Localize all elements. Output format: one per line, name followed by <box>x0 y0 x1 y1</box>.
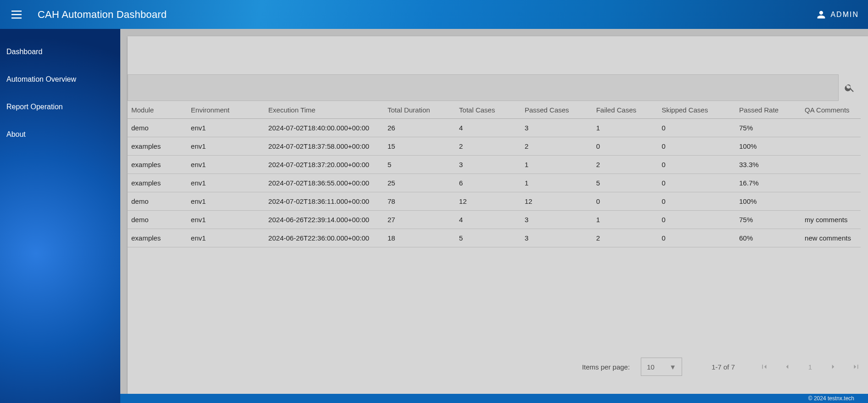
cell-execution-time: 2024-07-02T18:40:00.000+00:00 <box>265 119 384 137</box>
content-card: Module Environment Execution Time Total … <box>128 36 868 396</box>
col-total-duration[interactable]: Total Duration <box>384 101 455 119</box>
search-button[interactable] <box>839 74 861 101</box>
col-total-cases[interactable]: Total Cases <box>455 101 521 119</box>
table-row[interactable]: demoenv12024-07-02T18:40:00.000+00:00264… <box>128 119 861 137</box>
cell-skipped-cases: 0 <box>658 156 736 174</box>
main-content: Module Environment Execution Time Total … <box>120 29 868 403</box>
cell-qa-comments: my comments <box>801 211 861 229</box>
sidebar: Dashboard Automation Overview Report Ope… <box>0 29 120 403</box>
col-environment[interactable]: Environment <box>187 101 265 119</box>
table-row[interactable]: demoenv12024-07-02T18:36:11.000+00:00781… <box>128 192 861 211</box>
cell-passed-cases: 1 <box>521 156 593 174</box>
prev-page-button[interactable] <box>783 362 792 371</box>
hamburger-icon <box>11 11 22 19</box>
page-range: 1-7 of 7 <box>711 363 735 371</box>
cell-qa-comments <box>801 156 861 174</box>
cell-environment: env1 <box>187 211 265 229</box>
last-page-button[interactable] <box>851 362 861 371</box>
cell-total-cases: 6 <box>455 174 521 192</box>
col-passed-cases[interactable]: Passed Cases <box>521 101 593 119</box>
sidebar-item-label: Dashboard <box>6 48 42 56</box>
sidebar-item-automation-overview[interactable]: Automation Overview <box>0 66 120 93</box>
cell-total-duration: 26 <box>384 119 455 137</box>
cell-passed-cases: 1 <box>521 174 593 192</box>
menu-button[interactable] <box>9 7 24 22</box>
pagination: Items per page: 10 ▼ 1-7 of 7 1 <box>582 354 861 380</box>
cell-passed-cases: 3 <box>521 229 593 247</box>
cell-passed-rate: 75% <box>735 211 801 229</box>
cell-total-cases: 4 <box>455 211 521 229</box>
cell-skipped-cases: 0 <box>658 192 736 211</box>
cell-total-duration: 25 <box>384 174 455 192</box>
cell-execution-time: 2024-07-02T18:36:55.000+00:00 <box>265 174 384 192</box>
person-icon <box>817 10 826 19</box>
cell-execution-time: 2024-07-02T18:37:58.000+00:00 <box>265 137 384 156</box>
cell-failed-cases: 2 <box>593 156 658 174</box>
col-qa-comments[interactable]: QA Comments <box>801 101 861 119</box>
data-table: Module Environment Execution Time Total … <box>128 101 861 359</box>
search-input[interactable] <box>128 74 839 101</box>
cell-execution-time: 2024-06-26T22:39:14.000+00:00 <box>265 211 384 229</box>
cell-environment: env1 <box>187 156 265 174</box>
cell-failed-cases: 0 <box>593 137 658 156</box>
table-row[interactable]: examplesenv12024-06-26T22:36:00.000+00:0… <box>128 229 861 247</box>
cell-module: demo <box>128 192 187 211</box>
table-header-row: Module Environment Execution Time Total … <box>128 101 861 119</box>
cell-module: examples <box>128 229 187 247</box>
cell-total-cases: 3 <box>455 156 521 174</box>
footer: © 2024 testnx.tech <box>120 394 868 403</box>
cell-execution-time: 2024-06-26T22:36:00.000+00:00 <box>265 229 384 247</box>
cell-environment: env1 <box>187 119 265 137</box>
table-row[interactable]: examplesenv12024-07-02T18:37:58.000+00:0… <box>128 137 861 156</box>
col-module[interactable]: Module <box>128 101 187 119</box>
user-label: ADMIN <box>830 11 859 19</box>
sidebar-item-report-operation[interactable]: Report Operation <box>0 93 120 121</box>
col-execution-time[interactable]: Execution Time <box>265 101 384 119</box>
col-failed-cases[interactable]: Failed Cases <box>593 101 658 119</box>
svg-rect-1 <box>11 14 22 15</box>
cell-passed-cases: 2 <box>521 137 593 156</box>
col-passed-rate[interactable]: Passed Rate <box>735 101 801 119</box>
search-row <box>128 74 861 101</box>
cell-total-cases: 2 <box>455 137 521 156</box>
user-menu[interactable]: ADMIN <box>817 10 859 19</box>
cell-skipped-cases: 0 <box>658 229 736 247</box>
cell-environment: env1 <box>187 192 265 211</box>
cell-total-duration: 18 <box>384 229 455 247</box>
table-row[interactable]: examplesenv12024-07-02T18:37:20.000+00:0… <box>128 156 861 174</box>
cell-total-duration: 15 <box>384 137 455 156</box>
cell-total-cases: 12 <box>455 192 521 211</box>
cell-failed-cases: 0 <box>593 192 658 211</box>
svg-rect-2 <box>11 17 22 19</box>
svg-rect-0 <box>11 11 22 12</box>
table-row[interactable]: examplesenv12024-07-02T18:36:55.000+00:0… <box>128 174 861 192</box>
cell-passed-rate: 33.3% <box>735 156 801 174</box>
sidebar-item-label: Report Operation <box>6 103 63 111</box>
cell-qa-comments <box>801 119 861 137</box>
cell-passed-cases: 3 <box>521 211 593 229</box>
first-page-button[interactable] <box>760 362 769 371</box>
cell-qa-comments <box>801 137 861 156</box>
cell-failed-cases: 1 <box>593 211 658 229</box>
cell-failed-cases: 5 <box>593 174 658 192</box>
cell-module: examples <box>128 137 187 156</box>
last-page-icon <box>852 363 860 371</box>
current-page: 1 <box>806 362 815 371</box>
cell-environment: env1 <box>187 137 265 156</box>
cell-failed-cases: 1 <box>593 119 658 137</box>
table-row[interactable]: demoenv12024-06-26T22:39:14.000+00:00274… <box>128 211 861 229</box>
cell-module: demo <box>128 119 187 137</box>
cell-environment: env1 <box>187 174 265 192</box>
cell-module: examples <box>128 156 187 174</box>
next-page-button[interactable] <box>829 362 838 371</box>
sidebar-item-label: Automation Overview <box>6 75 76 83</box>
items-per-page-label: Items per page: <box>582 363 630 371</box>
cell-passed-rate: 60% <box>735 229 801 247</box>
col-skipped-cases[interactable]: Skipped Cases <box>658 101 736 119</box>
sidebar-item-dashboard[interactable]: Dashboard <box>0 38 120 66</box>
page-size-select[interactable]: 10 ▼ <box>641 358 682 376</box>
sidebar-item-about[interactable]: About <box>0 121 120 148</box>
cell-skipped-cases: 0 <box>658 211 736 229</box>
cell-passed-cases: 12 <box>521 192 593 211</box>
app-title: CAH Automation Dashboard <box>38 9 167 21</box>
